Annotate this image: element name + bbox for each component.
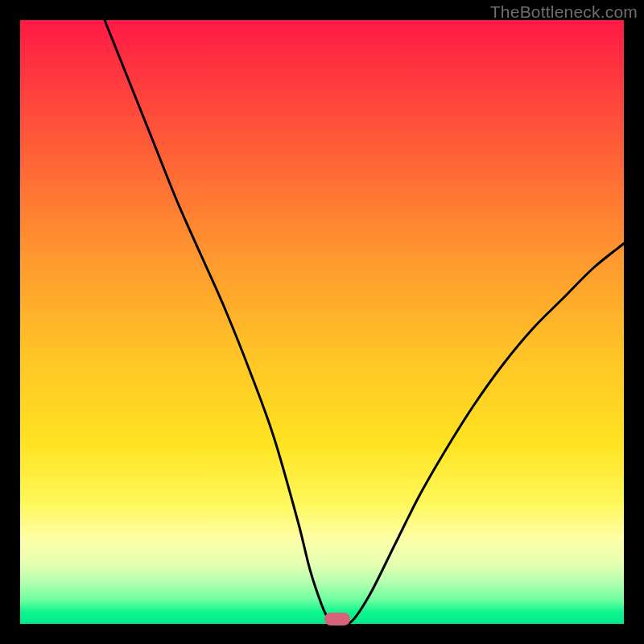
- plot-area: [20, 20, 624, 624]
- watermark-text: TheBottleneck.com: [490, 2, 638, 22]
- chart-frame: TheBottleneck.com: [0, 0, 644, 644]
- bottleneck-curve: [20, 20, 624, 624]
- optimal-marker: [324, 613, 350, 625]
